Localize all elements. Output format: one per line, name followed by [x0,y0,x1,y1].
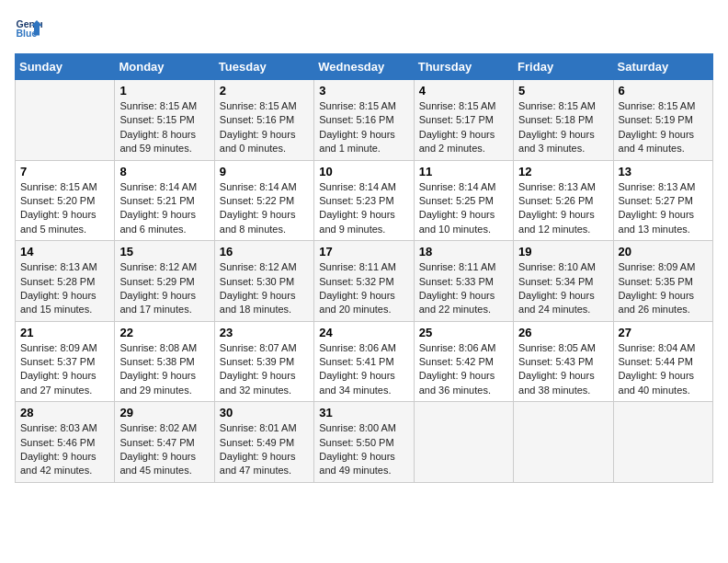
calendar-cell: 15Sunrise: 8:12 AMSunset: 5:29 PMDayligh… [115,241,214,322]
day-number: 3 [319,84,408,98]
day-info: Sunrise: 8:14 AMSunset: 5:22 PMDaylight:… [220,180,309,237]
day-number: 8 [119,165,209,178]
calendar-cell: 5Sunrise: 8:15 AMSunset: 5:18 PMDaylight… [514,80,613,161]
calendar-week-4: 21Sunrise: 8:09 AMSunset: 5:37 PMDayligh… [16,321,713,402]
calendar-cell: 19Sunrise: 8:10 AMSunset: 5:34 PMDayligh… [514,241,613,322]
weekday-header-thursday: Thursday [414,54,513,80]
day-number: 5 [518,84,608,98]
day-number: 1 [119,84,209,98]
day-info: Sunrise: 8:11 AMSunset: 5:33 PMDaylight:… [419,260,508,317]
calendar-cell: 25Sunrise: 8:06 AMSunset: 5:42 PMDayligh… [414,321,513,402]
calendar-week-1: 1Sunrise: 8:15 AMSunset: 5:15 PMDaylight… [16,80,713,161]
day-info: Sunrise: 8:15 AMSunset: 5:17 PMDaylight:… [419,99,508,156]
calendar-cell: 10Sunrise: 8:14 AMSunset: 5:23 PMDayligh… [314,160,414,241]
calendar-cell: 24Sunrise: 8:06 AMSunset: 5:41 PMDayligh… [314,321,414,402]
weekday-header-saturday: Saturday [613,54,712,80]
calendar-cell: 22Sunrise: 8:08 AMSunset: 5:38 PMDayligh… [115,321,214,402]
calendar-cell: 17Sunrise: 8:11 AMSunset: 5:32 PMDayligh… [314,241,414,322]
calendar-cell [613,402,712,483]
calendar-cell: 12Sunrise: 8:13 AMSunset: 5:26 PMDayligh… [514,160,613,241]
day-info: Sunrise: 8:13 AMSunset: 5:27 PMDaylight:… [619,180,708,237]
calendar-week-2: 7Sunrise: 8:15 AMSunset: 5:20 PMDaylight… [16,160,713,241]
calendar-cell: 26Sunrise: 8:05 AMSunset: 5:43 PMDayligh… [514,321,613,402]
logo-icon: General Blue [15,15,42,42]
day-number: 9 [220,165,309,178]
page-header: General Blue [15,15,713,42]
calendar-cell [514,402,613,483]
weekday-header-wednesday: Wednesday [314,54,414,80]
calendar-cell: 14Sunrise: 8:13 AMSunset: 5:28 PMDayligh… [16,241,115,322]
calendar-cell: 6Sunrise: 8:15 AMSunset: 5:19 PMDaylight… [613,80,712,161]
day-info: Sunrise: 8:13 AMSunset: 5:28 PMDaylight:… [20,260,109,317]
day-info: Sunrise: 8:09 AMSunset: 5:35 PMDaylight:… [619,260,708,317]
day-info: Sunrise: 8:15 AMSunset: 5:19 PMDaylight:… [619,99,708,156]
day-number: 28 [20,406,109,419]
calendar-cell: 7Sunrise: 8:15 AMSunset: 5:20 PMDaylight… [16,160,115,241]
day-info: Sunrise: 8:09 AMSunset: 5:37 PMDaylight:… [20,341,109,398]
calendar-cell: 4Sunrise: 8:15 AMSunset: 5:17 PMDaylight… [414,80,513,161]
calendar-cell: 3Sunrise: 8:15 AMSunset: 5:16 PMDaylight… [314,80,414,161]
day-number: 11 [419,165,508,178]
day-info: Sunrise: 8:06 AMSunset: 5:41 PMDaylight:… [319,341,408,398]
weekday-header-friday: Friday [514,54,613,80]
day-number: 19 [518,245,608,259]
calendar-cell: 27Sunrise: 8:04 AMSunset: 5:44 PMDayligh… [613,321,712,402]
day-number: 14 [20,245,109,259]
day-number: 22 [119,326,209,339]
calendar-week-5: 28Sunrise: 8:03 AMSunset: 5:46 PMDayligh… [16,402,713,483]
day-info: Sunrise: 8:02 AMSunset: 5:47 PMDaylight:… [119,421,209,478]
logo: General Blue [15,15,42,42]
calendar-cell: 23Sunrise: 8:07 AMSunset: 5:39 PMDayligh… [214,321,313,402]
calendar-cell [414,402,513,483]
day-number: 12 [518,165,608,178]
day-number: 6 [619,84,708,98]
calendar-cell: 31Sunrise: 8:00 AMSunset: 5:50 PMDayligh… [314,402,414,483]
calendar-cell: 29Sunrise: 8:02 AMSunset: 5:47 PMDayligh… [115,402,214,483]
day-info: Sunrise: 8:10 AMSunset: 5:34 PMDaylight:… [518,260,608,317]
day-info: Sunrise: 8:03 AMSunset: 5:46 PMDaylight:… [20,421,109,478]
day-info: Sunrise: 8:11 AMSunset: 5:32 PMDaylight:… [319,260,408,317]
day-number: 18 [419,245,508,259]
day-info: Sunrise: 8:15 AMSunset: 5:15 PMDaylight:… [119,99,209,156]
day-number: 13 [619,165,708,178]
day-number: 10 [319,165,408,178]
day-info: Sunrise: 8:14 AMSunset: 5:21 PMDaylight:… [119,180,209,237]
calendar-cell: 16Sunrise: 8:12 AMSunset: 5:30 PMDayligh… [214,241,313,322]
day-number: 30 [220,406,309,419]
day-info: Sunrise: 8:08 AMSunset: 5:38 PMDaylight:… [119,341,209,398]
day-info: Sunrise: 8:14 AMSunset: 5:25 PMDaylight:… [419,180,508,237]
day-info: Sunrise: 8:06 AMSunset: 5:42 PMDaylight:… [419,341,508,398]
weekday-header-sunday: Sunday [16,54,115,80]
day-number: 7 [20,165,109,178]
day-number: 23 [220,326,309,339]
calendar-cell [16,80,115,161]
day-info: Sunrise: 8:01 AMSunset: 5:49 PMDaylight:… [220,421,309,478]
day-number: 20 [619,245,708,259]
calendar-cell: 20Sunrise: 8:09 AMSunset: 5:35 PMDayligh… [613,241,712,322]
day-info: Sunrise: 8:07 AMSunset: 5:39 PMDaylight:… [220,341,309,398]
calendar-cell: 28Sunrise: 8:03 AMSunset: 5:46 PMDayligh… [16,402,115,483]
calendar-body: 1Sunrise: 8:15 AMSunset: 5:15 PMDaylight… [16,80,713,483]
day-info: Sunrise: 8:14 AMSunset: 5:23 PMDaylight:… [319,180,408,237]
calendar-cell: 11Sunrise: 8:14 AMSunset: 5:25 PMDayligh… [414,160,513,241]
svg-text:Blue: Blue [17,28,38,39]
calendar-cell: 1Sunrise: 8:15 AMSunset: 5:15 PMDaylight… [115,80,214,161]
day-info: Sunrise: 8:12 AMSunset: 5:29 PMDaylight:… [119,260,209,317]
day-number: 4 [419,84,508,98]
day-info: Sunrise: 8:15 AMSunset: 5:16 PMDaylight:… [220,99,309,156]
day-info: Sunrise: 8:05 AMSunset: 5:43 PMDaylight:… [518,341,608,398]
calendar-cell: 21Sunrise: 8:09 AMSunset: 5:37 PMDayligh… [16,321,115,402]
calendar-cell: 8Sunrise: 8:14 AMSunset: 5:21 PMDaylight… [115,160,214,241]
day-number: 24 [319,326,408,339]
day-info: Sunrise: 8:12 AMSunset: 5:30 PMDaylight:… [220,260,309,317]
calendar-cell: 18Sunrise: 8:11 AMSunset: 5:33 PMDayligh… [414,241,513,322]
day-number: 21 [20,326,109,339]
calendar-table: SundayMondayTuesdayWednesdayThursdayFrid… [15,53,713,483]
day-info: Sunrise: 8:13 AMSunset: 5:26 PMDaylight:… [518,180,608,237]
calendar-header: SundayMondayTuesdayWednesdayThursdayFrid… [16,54,713,80]
day-number: 25 [419,326,508,339]
day-number: 2 [220,84,309,98]
weekday-header-monday: Monday [115,54,214,80]
day-number: 16 [220,245,309,259]
day-info: Sunrise: 8:15 AMSunset: 5:20 PMDaylight:… [20,180,109,237]
